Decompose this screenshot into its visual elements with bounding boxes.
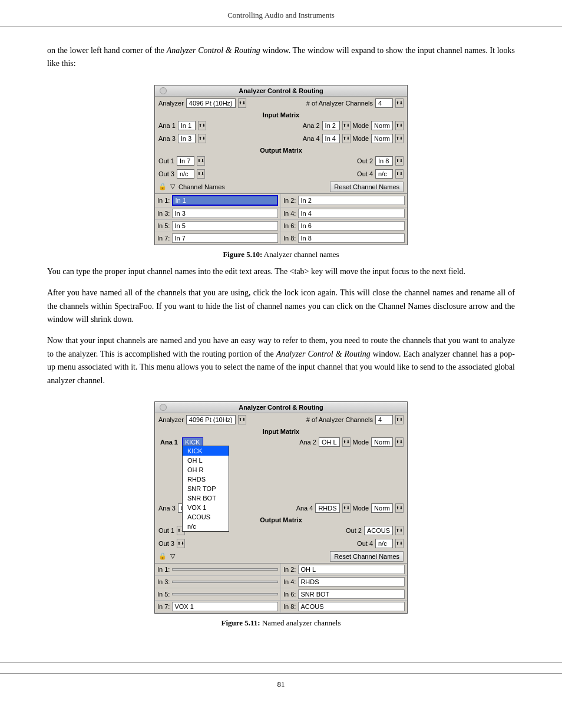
channel-cell-in2: In 2: In 2 (281, 194, 407, 207)
dropdown-item-acous[interactable]: ACOUS (183, 512, 229, 522)
out1-stepper[interactable]: ⬆⬇ (197, 156, 205, 166)
ana1-dropdown: KICK OH L OH R RHDS SNR TOP SNR BOT VOX … (182, 446, 229, 532)
out4-stepper[interactable]: ⬆⬇ (395, 169, 404, 179)
channel-names-row-1: 🔒 ▽ Channel Names Reset Channel Names (155, 180, 407, 193)
channel-input-in8[interactable]: In 8 (298, 233, 405, 243)
page-number: 81 (277, 680, 285, 689)
ana2-stepper[interactable]: ⬆⬇ (342, 121, 351, 130)
para4-italic: Analyzer Control & Routing (276, 350, 371, 358)
page-content: on the lower left hand corner of the Ana… (0, 27, 562, 651)
channel-input-2-in7[interactable]: VOX 1 (172, 602, 278, 611)
ana2-stepper-fig2[interactable]: ⬆⬇ (342, 437, 351, 447)
out-row-2-fig2: Out 3 ⬆⬇ Out 4 n/c ⬆⬇ (155, 537, 407, 550)
ana2-mode-stepper[interactable]: ⬆⬇ (395, 121, 404, 130)
dropdown-item-snrbot[interactable]: SNR BOT (183, 493, 229, 503)
reset-channel-names-btn-2[interactable]: Reset Channel Names (330, 551, 404, 562)
channel-cell-in8: In 8: In 8 (281, 232, 407, 245)
analyzer-stepper-2[interactable]: ⬆⬇ (238, 415, 246, 424)
out4-stepper-fig2[interactable]: ⬆⬇ (395, 539, 404, 548)
analyzer-stepper-1[interactable]: ⬆⬇ (238, 98, 246, 108)
channel-cell-in5: In 5: In 5 (155, 220, 281, 232)
channel-names-row-2: 🔒 ▽ Reset Channel Names (155, 550, 407, 563)
out1-label-fig2: Out 1 (158, 527, 174, 534)
figure-1-container: Analyzer Control & Routing Analyzer 4096… (47, 85, 515, 259)
channel-input-in4[interactable]: In 4 (298, 209, 405, 218)
figure-1-caption-text: Analyzer channel names (264, 250, 339, 259)
ana4-mode-stepper[interactable]: ⬆⬇ (395, 134, 404, 143)
figure-2-container: Analyzer Control & Routing Analyzer 4096… (47, 401, 515, 628)
dropdown-item-nc[interactable]: n/c (183, 522, 229, 531)
out-row-1: Out 1 In 7 ⬆⬇ Out 2 In 8 ⬆⬇ (155, 154, 407, 167)
analyzer-window-title-2: Analyzer Control & Routing (239, 404, 323, 411)
out3-stepper-fig2[interactable]: ⬆⬇ (177, 539, 185, 548)
ana3-label-fig2: Ana 3 (158, 505, 176, 512)
dropdown-item-rhds[interactable]: RHDS (183, 475, 229, 484)
dropdown-item-kick[interactable]: KICK (183, 446, 229, 456)
channel-input-in6[interactable]: In 6 (298, 221, 405, 230)
num-channels-stepper-2[interactable]: ⬆⬇ (395, 415, 404, 424)
channel-cell-2-in4: In 4: RHDS (281, 576, 407, 588)
ana4-label-fig2: Ana 4 (296, 505, 313, 512)
channel-input-2-in5[interactable] (172, 593, 278, 595)
channel-input-2-in1[interactable] (172, 568, 278, 571)
out2-stepper[interactable]: ⬆⬇ (395, 156, 404, 166)
intro-italic: Analyzer Control & Routing (167, 46, 260, 55)
analyzer-window-1: Analyzer Control & Routing Analyzer 4096… (154, 85, 408, 245)
out4-label-fig2: Out 4 (357, 540, 373, 547)
channel-cell-2-in1: In 1: (155, 564, 281, 576)
dropdown-item-ohr[interactable]: OH R (183, 465, 229, 475)
channel-input-2-in4[interactable]: RHDS (298, 577, 405, 587)
para2: You can type the proper input channel na… (47, 265, 515, 278)
disclosure-arrow-1[interactable]: ▽ (170, 183, 175, 190)
channel-names-label-1: Channel Names (178, 183, 225, 190)
channel-input-in7[interactable]: In 7 (172, 233, 278, 243)
footer-divider (0, 662, 562, 663)
channel-cell-in1: In 1: In 1 (155, 194, 281, 207)
window-close-btn-2[interactable] (160, 404, 167, 411)
out2-label-fig2: Out 2 (346, 527, 362, 534)
channel-input-in2[interactable]: In 2 (298, 196, 405, 205)
channel-cell-2-in2: In 2: OH L (281, 564, 407, 576)
out2-stepper-fig2[interactable]: ⬆⬇ (395, 526, 404, 535)
ana1-dropdown-area: KICK KICK OH L OH R RHDS SNR TOP SNR BOT… (182, 439, 203, 446)
ana2-mode-stepper-fig2[interactable]: ⬆⬇ (395, 437, 404, 447)
ana4-stepper[interactable]: ⬆⬇ (342, 134, 351, 143)
channel-input-in1[interactable]: In 1 (172, 195, 278, 206)
channel-input-2-in8[interactable]: ACOUS (298, 602, 405, 611)
ana2-label-fig2: Ana 2 (299, 439, 316, 446)
analyzer-window-2: Analyzer Control & Routing Analyzer 4096… (154, 401, 408, 614)
ana4-mode-stepper-fig2[interactable]: ⬆⬇ (395, 503, 404, 513)
para4: Now that your input channels are named a… (47, 334, 515, 387)
input-matrix-label-1: Input Matrix (155, 110, 407, 119)
input-matrix-label-2: Input Matrix (155, 426, 407, 436)
channel-grid-1: In 1: In 1 In 2: In 2 In 3: In 3 In 4: I… (155, 193, 407, 245)
dropdown-item-vox1[interactable]: VOX 1 (183, 503, 229, 512)
out3-stepper[interactable]: ⬆⬇ (197, 169, 205, 179)
out3-label-fig2: Out 3 (158, 540, 174, 547)
analyzer-top-row-2: Analyzer 4096 Pt (10Hz) ⬆⬇ # of Analyzer… (155, 413, 407, 426)
analyzer-top-row-1: Analyzer 4096 Pt (10Hz) ⬆⬇ # of Analyzer… (155, 97, 407, 110)
channel-input-2-in3[interactable] (172, 581, 278, 583)
window-close-btn-1[interactable] (160, 87, 167, 94)
disclosure-arrow-2[interactable]: ▽ (170, 552, 175, 560)
channel-input-in5[interactable]: In 5 (172, 221, 278, 230)
ana1-stepper[interactable]: ⬆⬇ (198, 121, 206, 130)
channel-input-2-in2[interactable]: OH L (298, 565, 405, 574)
channel-input-in3[interactable]: In 3 (172, 209, 278, 218)
channel-cell-2-in6: In 6: SNR BOT (281, 588, 407, 601)
dropdown-item-ohl[interactable]: OH L (183, 456, 229, 465)
num-channels-label-1: # of Analyzer Channels (306, 100, 373, 107)
ana4-stepper-fig2[interactable]: ⬆⬇ (342, 503, 351, 513)
dropdown-item-snrtop[interactable]: SNR TOP (183, 484, 229, 493)
figure-2-caption: Figure 5.11: Named analyzer channels (222, 618, 341, 628)
out-row-2: Out 3 n/c ⬆⬇ Out 4 n/c ⬆⬇ (155, 167, 407, 180)
analyzer-label-2: Analyzer (158, 416, 184, 423)
figure-1-caption-bold: Figure 5.10: (223, 250, 262, 259)
channel-grid-2: In 1: In 2: OH L In 3: In 4: RHDS In 5: (155, 563, 407, 613)
num-channels-stepper-1[interactable]: ⬆⬇ (395, 98, 404, 108)
channel-input-2-in6[interactable]: SNR BOT (298, 589, 405, 599)
figure-2-caption-text: Named analyzer channels (262, 618, 341, 627)
ana3-stepper[interactable]: ⬆⬇ (198, 134, 206, 143)
reset-channel-names-btn-1[interactable]: Reset Channel Names (330, 182, 404, 192)
intro-paragraph: on the lower left hand corner of the Ana… (47, 44, 515, 71)
